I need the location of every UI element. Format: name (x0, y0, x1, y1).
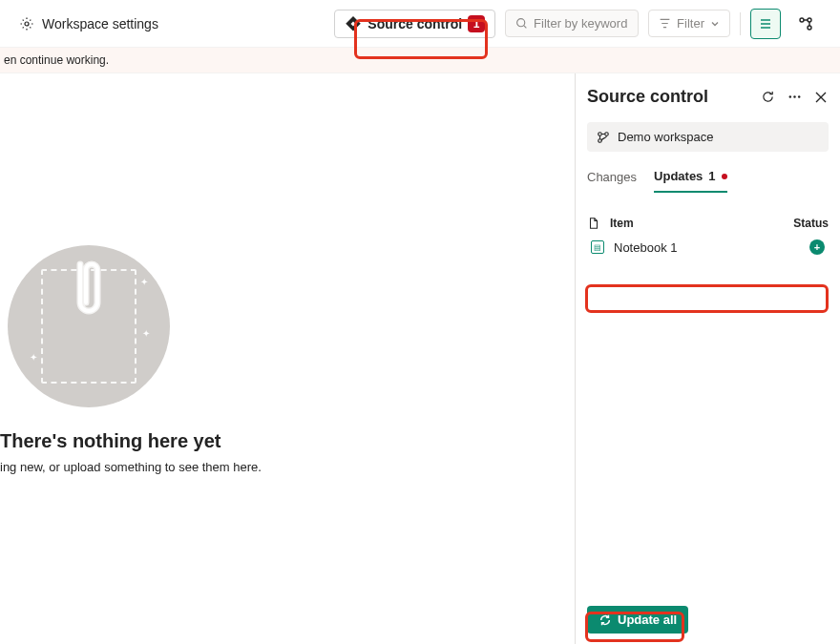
empty-state-graphic: ✦ ✦ ✦ (8, 245, 170, 407)
filter-keyword-input[interactable]: Filter by keyword (505, 10, 639, 37)
top-toolbar: Workspace settings Source control 1 Filt… (0, 0, 840, 48)
source-control-icon (345, 15, 362, 32)
svg-point-2 (517, 19, 525, 27)
filter-button-label: Filter (677, 16, 704, 31)
document-icon (587, 217, 600, 230)
notice-bar: en continue working. (0, 48, 840, 73)
toolbar-divider (740, 12, 741, 35)
chevron-down-icon (710, 19, 720, 29)
source-control-button[interactable]: Source control 1 (334, 10, 495, 38)
source-control-badge: 1 (468, 15, 485, 32)
branch-label: Demo workspace (618, 130, 713, 144)
update-all-button[interactable]: Update all (587, 606, 688, 634)
close-panel-button[interactable] (813, 90, 829, 105)
tab-updates[interactable]: Updates 1 (654, 169, 727, 193)
sparkle-icon: ✦ (140, 277, 148, 287)
empty-state-subtitle: ing new, or upload something to see them… (0, 460, 262, 474)
source-control-panel: Source control Demo workspace (575, 73, 840, 644)
gear-icon (19, 16, 34, 31)
sc-panel-title: Source control (587, 87, 708, 107)
svg-point-11 (605, 132, 609, 135)
sc-panel-header: Source control (587, 87, 829, 107)
tab-changes[interactable]: Changes (587, 169, 637, 193)
sc-tabs: Changes Updates 1 (587, 169, 829, 194)
search-icon (515, 17, 528, 30)
branch-selector[interactable]: Demo workspace (587, 122, 829, 152)
refresh-button[interactable] (760, 90, 775, 105)
notebook-icon: ▤ (591, 240, 604, 254)
sparkle-icon: ✦ (30, 352, 37, 363)
sc-list-header: Item Status (587, 217, 829, 230)
notice-text: en continue working. (4, 53, 109, 67)
more-horizontal-icon (788, 90, 802, 104)
branch-icon (597, 131, 610, 144)
update-all-label: Update all (618, 613, 677, 627)
sparkle-icon: ✦ (142, 328, 150, 339)
lineage-icon (798, 16, 813, 31)
svg-point-0 (25, 22, 29, 26)
sc-panel-footer: Update all (587, 606, 829, 634)
list-view-icon (758, 16, 773, 31)
empty-state-title: There's nothing here yet (0, 430, 220, 452)
svg-point-5 (808, 26, 811, 30)
sync-icon (598, 613, 612, 627)
close-icon (814, 91, 828, 104)
svg-point-4 (808, 18, 811, 22)
svg-point-7 (793, 95, 795, 97)
main-content: ✦ ✦ ✦ There's nothing here yet ing new, … (0, 73, 840, 644)
svg-point-9 (598, 132, 602, 135)
filter-placeholder: Filter by keyword (534, 16, 627, 31)
sc-item-name: Notebook 1 (614, 240, 678, 255)
updates-indicator-dot (722, 174, 727, 179)
sc-item-row[interactable]: ▤ Notebook 1 + (587, 230, 829, 264)
paperclip-icon (67, 255, 111, 322)
workspace-settings-button[interactable]: Workspace settings (19, 16, 158, 31)
filter-icon (659, 17, 671, 30)
status-column-header: Status (793, 217, 829, 230)
svg-point-8 (797, 95, 799, 97)
refresh-icon (761, 90, 775, 104)
svg-point-3 (800, 18, 804, 22)
view-lineage-button[interactable] (790, 9, 821, 39)
view-list-button[interactable] (750, 9, 781, 39)
source-control-label: Source control (368, 16, 462, 31)
item-column-header: Item (610, 217, 634, 230)
status-added-icon: + (809, 239, 825, 255)
filter-button[interactable]: Filter (648, 10, 730, 37)
empty-state: ✦ ✦ ✦ There's nothing here yet ing new, … (0, 73, 575, 644)
workspace-settings-label: Workspace settings (42, 16, 158, 31)
more-options-button[interactable] (787, 90, 802, 105)
svg-point-6 (788, 95, 790, 97)
